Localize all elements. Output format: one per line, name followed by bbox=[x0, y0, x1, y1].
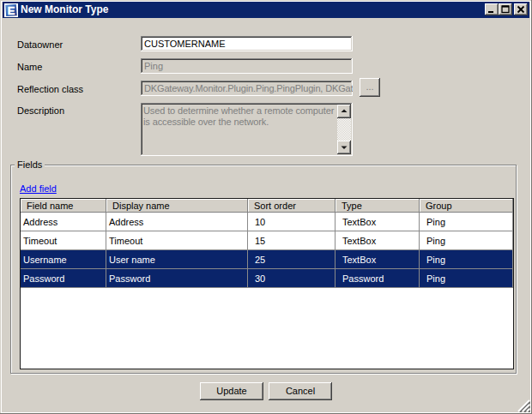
svg-text:E: E bbox=[8, 4, 15, 17]
